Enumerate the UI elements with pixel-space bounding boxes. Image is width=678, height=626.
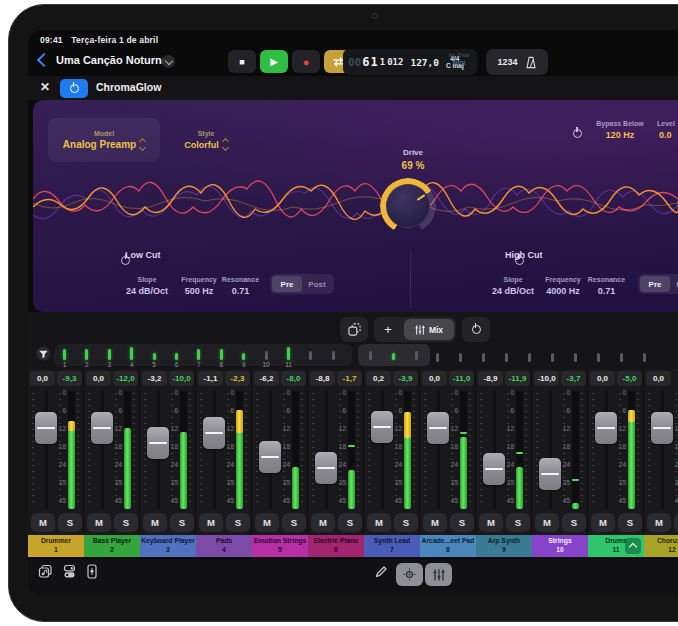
volume-readout[interactable]: -6,2 — [254, 371, 279, 386]
volume-fader[interactable] — [595, 412, 617, 444]
track-overview-window-2[interactable] — [358, 344, 430, 366]
count-in-button[interactable]: 1234 — [497, 57, 517, 67]
track-name[interactable]: Arp Synth9 — [476, 535, 532, 557]
mute-button[interactable]: M — [31, 513, 55, 532]
volume-fader[interactable] — [147, 427, 169, 459]
project-title[interactable]: Uma Canção Noturna — [56, 54, 168, 66]
volume-readout[interactable]: -8,9 — [478, 371, 503, 386]
collapse-button[interactable] — [625, 538, 641, 554]
volume-readout[interactable]: 0,0 — [590, 371, 615, 386]
track-name[interactable]: Arcade...eet Pad8 — [420, 535, 476, 557]
track-name[interactable]: Strings10 — [532, 535, 588, 557]
filter-icon[interactable] — [36, 346, 51, 361]
model-selector[interactable]: Model Analog Preamp — [48, 118, 160, 162]
record-button[interactable]: ● — [292, 50, 320, 73]
mute-button[interactable]: M — [535, 513, 559, 532]
mix-tab[interactable]: Mix — [404, 319, 454, 340]
volume-fader[interactable] — [259, 441, 281, 473]
volume-fader[interactable] — [539, 458, 561, 490]
solo-button[interactable]: S — [450, 513, 474, 532]
volume-readout[interactable]: -3,2 — [142, 371, 167, 386]
mute-button[interactable]: M — [367, 513, 391, 532]
mute-button[interactable]: M — [647, 513, 671, 532]
volume-readout[interactable]: 0,0 — [422, 371, 447, 386]
solo-button[interactable]: S — [618, 513, 642, 532]
duplicate-button[interactable] — [340, 317, 368, 342]
track-name[interactable]: Drummer1 — [28, 535, 84, 557]
mute-button[interactable]: M — [255, 513, 279, 532]
solo-button[interactable]: S — [58, 513, 82, 532]
volume-fader[interactable] — [203, 417, 225, 449]
volume-fader[interactable] — [35, 412, 57, 444]
count-in-metronome-group[interactable]: 1234 — [486, 49, 548, 75]
mute-button[interactable]: M — [423, 513, 447, 532]
volume-fader[interactable] — [483, 453, 505, 485]
post-segment[interactable]: Post — [670, 276, 678, 292]
style-selector[interactable]: Style Colorful — [164, 118, 248, 162]
resonance-value[interactable]: 0.71 — [579, 286, 634, 296]
volume-fader[interactable] — [427, 412, 449, 444]
mixer-view-button[interactable] — [425, 563, 452, 586]
bypass-power-icon[interactable] — [573, 129, 582, 138]
solo-button[interactable]: S — [562, 513, 586, 532]
level-value[interactable]: 0.0 — [657, 130, 678, 140]
pre-segment[interactable]: Pre — [272, 276, 302, 292]
volume-fader[interactable] — [371, 411, 393, 443]
solo-button[interactable]: S — [338, 513, 362, 532]
track-name[interactable]: Keyboard Player3 — [140, 535, 196, 557]
metronome-icon[interactable] — [525, 56, 537, 69]
high-cut-pre-post[interactable]: Pre Post — [638, 274, 678, 294]
track-name[interactable]: Emotion Strings5 — [252, 535, 308, 557]
solo-button[interactable]: S — [674, 513, 678, 532]
mute-button[interactable]: M — [591, 513, 615, 532]
track-name[interactable]: Bass Player2 — [84, 535, 140, 557]
track-name[interactable]: Electric Piano6 — [308, 535, 364, 557]
mute-button[interactable]: M — [87, 513, 111, 532]
mute-button[interactable]: M — [199, 513, 223, 532]
play-button[interactable]: ▶ — [260, 50, 288, 73]
solo-button[interactable]: S — [170, 513, 194, 532]
drive-knob[interactable] — [386, 184, 430, 228]
volume-readout[interactable]: 0,0 — [30, 371, 55, 386]
add-track-button[interactable]: + — [374, 322, 402, 337]
solo-button[interactable]: S — [282, 513, 306, 532]
channel-strip-button[interactable] — [86, 564, 98, 579]
track-name[interactable]: Drums11 — [588, 535, 644, 557]
mixer-power-button[interactable] — [462, 317, 490, 342]
sends-button[interactable] — [62, 564, 77, 579]
solo-button[interactable]: S — [114, 513, 138, 532]
post-segment[interactable]: Post — [302, 276, 332, 292]
library-button[interactable] — [38, 564, 53, 579]
volume-readout[interactable]: 0,0 — [86, 371, 111, 386]
pencil-button[interactable] — [374, 565, 388, 579]
close-icon[interactable]: ✕ — [40, 80, 50, 94]
resonance-value[interactable]: 0.71 — [213, 286, 268, 296]
bypass-below-value[interactable]: 120 Hz — [583, 130, 657, 140]
low-cut-pre-post[interactable]: Pre Post — [270, 274, 334, 294]
stop-button[interactable]: ■ — [228, 50, 256, 73]
pre-segment[interactable]: Pre — [640, 276, 670, 292]
volume-fader[interactable] — [91, 412, 113, 444]
solo-button[interactable]: S — [226, 513, 250, 532]
solo-button[interactable]: S — [506, 513, 530, 532]
volume-readout[interactable]: -1,1 — [198, 371, 223, 386]
volume-readout[interactable]: -10,0 — [534, 371, 559, 386]
mute-button[interactable]: M — [311, 513, 335, 532]
plugin-power-button[interactable] — [60, 79, 88, 98]
mute-button[interactable]: M — [479, 513, 503, 532]
automation-button[interactable] — [396, 563, 423, 586]
volume-fader[interactable] — [315, 452, 337, 484]
mute-button[interactable]: M — [143, 513, 167, 532]
volume-readout[interactable]: 0,0 — [646, 371, 671, 386]
db-scale-label: 0 — [444, 389, 458, 396]
track-name[interactable]: Chorus V12 — [644, 535, 678, 557]
track-name[interactable]: Pads4 — [196, 535, 252, 557]
track-overview-window[interactable]: 1234567891011 — [54, 344, 352, 366]
volume-readout[interactable]: 0,2 — [366, 371, 391, 386]
back-chevron-icon[interactable] — [37, 53, 51, 67]
solo-button[interactable]: S — [394, 513, 418, 532]
volume-readout[interactable]: -8,8 — [310, 371, 335, 386]
volume-fader[interactable] — [651, 412, 673, 444]
project-menu-button[interactable] — [162, 55, 175, 68]
track-name[interactable]: Synth Lead7 — [364, 535, 420, 557]
